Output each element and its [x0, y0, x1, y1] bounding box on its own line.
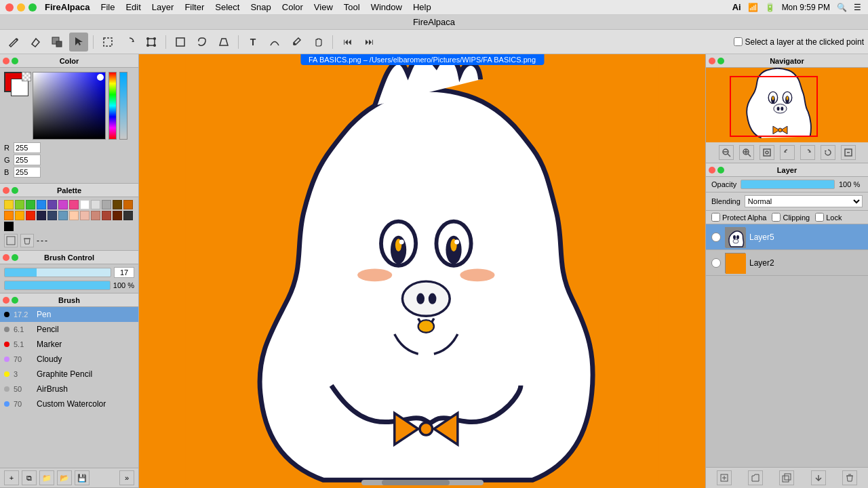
brush-opacity-slider[interactable] [4, 281, 111, 290]
menu-window[interactable]: Window [371, 2, 402, 12]
add-brush-btn[interactable]: + [4, 470, 19, 485]
menu-view[interactable]: View [314, 2, 333, 12]
brush-panel-expand[interactable] [12, 297, 18, 304]
color-panel-close[interactable] [3, 58, 9, 64]
nav-fit-btn[interactable] [760, 145, 774, 160]
lock-input[interactable] [815, 213, 824, 222]
nav-zoom-in-btn[interactable] [739, 145, 754, 160]
rotate-tool[interactable] [120, 33, 139, 52]
palette-panel-expand[interactable] [12, 187, 18, 194]
brush-control-expand[interactable] [12, 254, 18, 261]
menu-filter[interactable]: Filter [184, 2, 204, 12]
alpha-slider[interactable] [119, 72, 127, 140]
brush-item-graphite-pencil[interactable]: 3 Graphite Pencil [0, 367, 138, 382]
palette-color-2[interactable] [26, 200, 35, 209]
magic-select-tool[interactable] [171, 33, 190, 52]
palette-color-7[interactable] [80, 200, 90, 209]
palette-color-6[interactable] [69, 200, 79, 209]
palette-color-20[interactable] [91, 211, 100, 220]
palette-color-15[interactable] [37, 211, 46, 220]
import-brush-btn[interactable]: 📂 [57, 470, 72, 485]
menu-file[interactable]: File [100, 2, 115, 12]
clipping-input[interactable] [772, 213, 781, 222]
menu-snap[interactable]: Snap [250, 2, 271, 12]
canvas-scrollbar-h[interactable] [361, 480, 484, 485]
brush-item-cloudy[interactable]: 70 Cloudy [0, 352, 138, 367]
move-down-btn[interactable] [811, 470, 826, 485]
hand-tool[interactable] [309, 33, 328, 52]
eyedropper-tool[interactable] [287, 33, 306, 52]
search-icon[interactable]: 🔍 [837, 3, 847, 12]
layer-panel-expand[interactable] [717, 167, 724, 174]
next-frame-btn[interactable]: ⏭ [359, 33, 378, 52]
menu-tool[interactable]: Tool [344, 2, 360, 12]
color-b-input[interactable] [14, 167, 41, 178]
palette-color-19[interactable] [80, 211, 90, 220]
new-folder-btn[interactable] [748, 470, 763, 485]
palette-color-3[interactable] [37, 200, 46, 209]
layer-panel-close[interactable] [709, 167, 715, 174]
export-brush-btn[interactable]: 💾 [75, 470, 90, 485]
duplicate-layer-btn[interactable] [779, 470, 794, 485]
curve-tool[interactable] [265, 33, 284, 52]
palette-color-22[interactable] [113, 211, 122, 220]
palette-color-23[interactable] [123, 211, 133, 220]
navigator-close[interactable] [709, 58, 715, 64]
menu-help[interactable]: Help [413, 2, 431, 12]
nav-rotate-right-btn[interactable] [800, 145, 815, 160]
expand-brush-btn[interactable]: » [119, 470, 134, 485]
perspective-tool[interactable] [214, 33, 233, 52]
clipping-check[interactable]: Clipping [772, 213, 810, 222]
navigator-preview[interactable] [706, 68, 868, 142]
menu-layer[interactable]: Layer [152, 2, 174, 12]
blending-select[interactable]: Normal Multiply Screen [745, 195, 863, 207]
select-layer-checkbox[interactable]: Select a layer at the clicked point [734, 37, 864, 47]
palette-color-21[interactable] [102, 211, 111, 220]
duplicate-brush-btn[interactable]: ⧉ [22, 470, 37, 485]
canvas-content[interactable] [139, 54, 705, 488]
brush-item-airbrush[interactable]: 50 AirBrush [0, 382, 138, 396]
layer-opacity-slider[interactable] [741, 180, 835, 189]
lasso-tool[interactable] [193, 33, 212, 52]
color-gradient[interactable] [33, 72, 106, 140]
rect-select-tool[interactable] [98, 33, 117, 52]
palette-color-17[interactable] [58, 211, 68, 220]
palette-color-24[interactable] [4, 222, 14, 231]
palette-color-5[interactable] [58, 200, 68, 209]
brush-tool[interactable] [4, 33, 23, 52]
menu-edit[interactable]: Edit [125, 2, 140, 12]
palette-color-16[interactable] [47, 211, 57, 220]
palette-color-12[interactable] [4, 211, 14, 220]
nav-zoom-out-btn[interactable] [719, 145, 734, 160]
brush-control-close[interactable] [3, 254, 9, 261]
brush-size-slider[interactable] [4, 268, 111, 277]
layer-item-layer2[interactable]: Layer2 [706, 250, 868, 276]
palette-color-13[interactable] [15, 211, 24, 220]
brush-item-pen[interactable]: 17.2 Pen [0, 307, 138, 322]
protect-alpha-input[interactable] [711, 213, 720, 222]
lock-check[interactable]: Lock [815, 213, 842, 222]
palette-color-0[interactable] [4, 200, 14, 209]
transparent-swatch[interactable] [22, 72, 31, 81]
hue-slider[interactable] [108, 72, 117, 140]
color-panel-expand[interactable] [12, 58, 18, 64]
palette-color-8[interactable] [91, 200, 100, 209]
menu-icon[interactable]: ☰ [854, 3, 861, 12]
layer-visibility-layer2[interactable] [711, 258, 721, 268]
maximize-button[interactable] [28, 3, 37, 12]
color-r-input[interactable] [14, 142, 41, 153]
color-g-input[interactable] [14, 155, 41, 165]
folder-brush-btn[interactable]: 📁 [39, 470, 54, 485]
palette-color-11[interactable] [123, 200, 133, 209]
brush-panel-close[interactable] [3, 297, 9, 304]
close-button[interactable] [5, 3, 14, 12]
brush-item-pencil[interactable]: 6.1 Pencil [0, 322, 138, 337]
minimize-button[interactable] [17, 3, 25, 12]
palette-color-14[interactable] [26, 211, 35, 220]
palette-color-1[interactable] [15, 200, 24, 209]
menu-color[interactable]: Color [282, 2, 303, 12]
brush-item-custom-watercolor[interactable]: 70 Custom Watercolor [0, 396, 138, 411]
palette-panel-close[interactable] [3, 187, 9, 194]
fill-tool[interactable] [47, 33, 66, 52]
delete-layer-btn[interactable] [20, 234, 34, 247]
